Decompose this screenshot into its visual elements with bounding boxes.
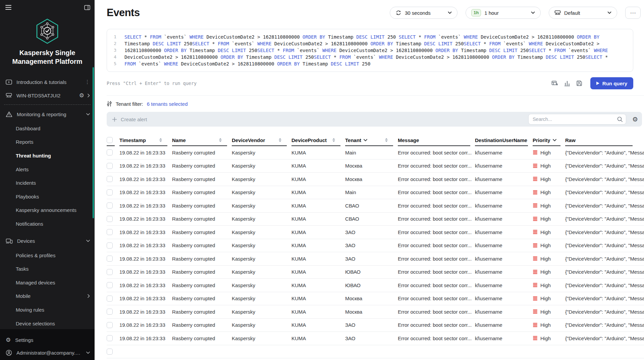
- sort-arrows-icon[interactable]: [332, 137, 335, 144]
- table-row[interactable]: [107, 345, 644, 359]
- row-checkbox[interactable]: [107, 269, 113, 275]
- table-row[interactable]: 19.08.22 in 16:23:33Rasberry corruptedKa…: [107, 160, 644, 173]
- table-row[interactable]: 19.08.22 in 16:23:33Rasberry corruptedKa…: [107, 173, 644, 186]
- refresh-interval-dropdown[interactable]: 30 seconds: [390, 7, 458, 19]
- table-row[interactable]: 19.08.22 in 16:23:33Rasberry corruptedKa…: [107, 186, 644, 199]
- cell-dest: kl\username: [475, 319, 533, 332]
- query-editor[interactable]: 1SELECT * FROM `events` WHERE DeviceCust…: [107, 29, 633, 72]
- row-checkbox[interactable]: [107, 163, 113, 169]
- kebab-menu-icon[interactable]: ⋮: [85, 79, 90, 85]
- row-checkbox[interactable]: [107, 242, 113, 249]
- row-checkbox[interactable]: [107, 203, 113, 209]
- cell-dest: kl\username: [475, 186, 533, 199]
- sidebar-item-devices[interactable]: Devices: [0, 234, 95, 249]
- cell-priority: [533, 345, 565, 358]
- cell-name: Rasberry corrupted: [172, 146, 232, 159]
- row-checkbox[interactable]: [107, 335, 113, 341]
- collapse-sidebar-icon[interactable]: [84, 5, 90, 10]
- storage-dropdown[interactable]: Default: [549, 7, 617, 19]
- priority-label: High: [540, 189, 551, 195]
- sidebar-item-alerts[interactable]: Alerts: [0, 163, 95, 176]
- row-checkbox[interactable]: [107, 176, 113, 182]
- row-checkbox[interactable]: [107, 149, 113, 155]
- cell-raw: {"DeviceVendor": "Arduino", "Messag: [565, 226, 644, 239]
- chevron-right-icon[interactable]: [88, 94, 90, 97]
- sidebar-item-reports[interactable]: Reports: [0, 135, 95, 149]
- sidebar-item-notifications[interactable]: Notifications: [0, 217, 95, 231]
- more-options-button[interactable]: ⋯: [625, 7, 641, 19]
- sort-arrows-icon[interactable]: [219, 137, 222, 144]
- sidebar-item-tasks[interactable]: Tasks: [0, 262, 95, 276]
- row-checkbox[interactable]: [107, 216, 113, 222]
- table-row[interactable]: 19.08.22 in 16:23:33Rasberry corruptedKa…: [107, 146, 644, 160]
- sidebar-item-account[interactable]: Administrator@acompany.com: [0, 347, 95, 359]
- statistics-chart-icon[interactable]: [564, 80, 570, 86]
- sidebar-item-policies-profiles[interactable]: Policies & profiles: [0, 249, 95, 262]
- row-checkbox[interactable]: [107, 229, 113, 235]
- table-row[interactable]: 19.08.22 in 16:23:33Rasberry corruptedKa…: [107, 319, 644, 332]
- filter-chevron-icon[interactable]: [364, 139, 367, 141]
- row-checkbox[interactable]: [107, 349, 113, 355]
- cell-raw: {"DeviceVendor": "Arduino", "Messag: [565, 332, 644, 345]
- row-checkbox-cell: [107, 213, 119, 226]
- cell-message: Error occurred: boot sector corr...: [398, 239, 475, 252]
- sidebar-item-label: Introduction & tutorials: [16, 79, 66, 85]
- sidebar-item-managed-devices[interactable]: Managed devices: [0, 276, 95, 289]
- table-row[interactable]: 19.08.22 in 16:23:33Rasberry corruptedKa…: [107, 239, 644, 253]
- priority-high-icon: [533, 296, 538, 301]
- table-row[interactable]: 19.08.22 in 16:23:33Rasberry corruptedKa…: [107, 292, 644, 306]
- sidebar-item-playbooks[interactable]: Playbooks: [0, 190, 95, 204]
- table-row[interactable]: 19.08.22 in 16:23:33Rasberry corruptedKa…: [107, 332, 644, 345]
- tenant-filter-link[interactable]: 6 tenants selected: [147, 101, 188, 107]
- table-row[interactable]: 19.08.22 in 16:23:33Rasberry corruptedKa…: [107, 305, 644, 319]
- sidebar-item-mobile[interactable]: Mobile: [0, 289, 95, 303]
- search-input[interactable]: [528, 114, 626, 125]
- sidebar-scrollbar[interactable]: [93, 67, 94, 218]
- table-row[interactable]: 19.08.22 in 16:23:33Rasberry corruptedKa…: [107, 252, 644, 266]
- cell-product: KUMA: [291, 305, 345, 318]
- table-row[interactable]: 19.08.22 in 16:23:33Rasberry corruptedKa…: [107, 213, 644, 226]
- sidebar-item-threat-hunting[interactable]: Threat hunting: [0, 149, 95, 163]
- save-query-icon[interactable]: [576, 80, 582, 86]
- row-checkbox[interactable]: [107, 322, 113, 328]
- table-row[interactable]: 19.08.22 in 16:23:33Rasberry corruptedKa…: [107, 226, 644, 239]
- sidebar-item-incidents[interactable]: Incidents: [0, 176, 95, 190]
- sort-arrows-icon[interactable]: [279, 137, 281, 144]
- sidebar-item-dashboard[interactable]: Dashboard: [0, 122, 95, 135]
- table-row[interactable]: 19.08.22 in 16:23:33Rasberry corruptedKa…: [107, 266, 644, 279]
- sidebar-item-kaspersky-announcements[interactable]: Kaspersky announcements: [0, 204, 95, 217]
- priority-label: High: [540, 335, 551, 341]
- sort-arrows-icon[interactable]: [159, 137, 162, 144]
- row-checkbox[interactable]: [107, 282, 113, 288]
- cell-dest: kl\username: [475, 160, 533, 173]
- filter-chevron-icon[interactable]: [553, 139, 556, 141]
- select-all-checkbox[interactable]: [107, 137, 113, 143]
- create-alert-button[interactable]: Create alert: [112, 117, 147, 122]
- hamburger-menu-icon[interactable]: [5, 4, 11, 11]
- row-checkbox[interactable]: [107, 296, 113, 302]
- row-checkbox[interactable]: [107, 256, 113, 262]
- sidebar-item-moving-rules[interactable]: Moving rules: [0, 303, 95, 317]
- run-query-button[interactable]: Run query: [590, 77, 633, 89]
- priority-high-icon: [533, 190, 538, 195]
- row-checkbox[interactable]: [107, 189, 113, 195]
- sidebar-item-introduction-tutorials[interactable]: Introduction & tutorials ⋮: [0, 75, 95, 89]
- sidebar-item-server[interactable]: WIN-BTDS5ATJUI2 ⚙: [0, 89, 95, 102]
- cell-priority: High: [533, 160, 565, 173]
- table-row[interactable]: 19.08.22 in 16:23:33Rasberry corruptedKa…: [107, 279, 644, 292]
- priority-label: High: [540, 322, 551, 328]
- table-row[interactable]: 19.08.22 in 16:23:33Rasberry corruptedKa…: [107, 199, 644, 213]
- sort-arrows-icon[interactable]: [385, 137, 388, 144]
- query-line: 31628110800000 ORDER BY Timestamp DESC L…: [107, 47, 630, 54]
- run-query-hint: Press "Ctrl + Enter" to run query: [107, 81, 197, 86]
- time-range-dropdown[interactable]: 1h 1 hour: [466, 7, 541, 19]
- sidebar-item-device-selections[interactable]: Device selections: [0, 317, 95, 330]
- server-settings-gear-icon[interactable]: ⚙: [79, 93, 84, 98]
- cell-message: Error occurred: boot sector corr...: [398, 252, 475, 265]
- table-settings-gear-icon[interactable]: ⚙: [632, 116, 638, 123]
- row-checkbox[interactable]: [107, 309, 113, 315]
- export-table-icon[interactable]: [551, 80, 558, 86]
- sidebar-item-settings[interactable]: ⚙ Settings: [0, 333, 95, 347]
- devices-icon: [6, 238, 13, 244]
- sidebar-item-monitoring-reporting[interactable]: Monitoring & reporting: [0, 107, 95, 122]
